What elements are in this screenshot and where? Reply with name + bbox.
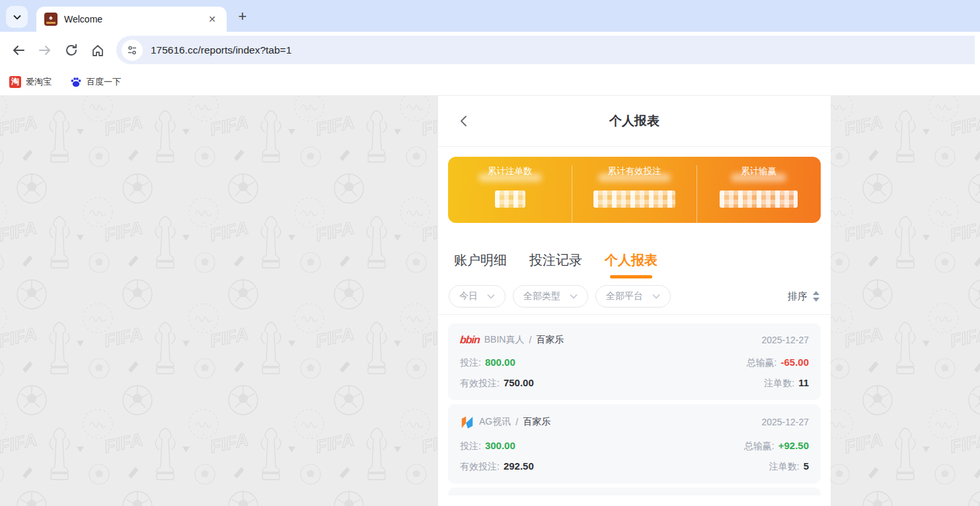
reload-button[interactable] [58,37,85,63]
tab-search-button[interactable] [6,6,28,28]
next-record-card-partial [448,487,821,495]
forward-button[interactable] [32,37,58,63]
censored-value [593,190,675,208]
slash-separator: / [529,335,531,345]
bet-count-value: 5 [804,460,809,472]
record-list: bbin BBIN真人 / 百家乐 2025-12-27 投注:800.00 总… [438,315,831,495]
browser-tab-strip: ♠ Welcome ✕ + [0,0,980,32]
winloss-value: -65.00 [780,357,809,368]
browser-tab-welcome[interactable]: ♠ Welcome ✕ [36,7,227,32]
bet-label: 投注: [460,441,481,451]
valid-bet-label: 有效投注: [460,461,500,472]
chevron-down-icon [487,294,495,299]
site-settings-button[interactable] [122,40,143,61]
record-date: 2025-12-27 [761,335,809,345]
record-date: 2025-12-27 [761,417,809,427]
provider-name: AG视讯 [479,416,511,428]
stat-total-valid-bets: 累计有效投注 [572,165,696,223]
bet-value: 800.00 [485,357,515,368]
bbin-logo: bbin [459,334,480,346]
address-bar[interactable]: 175616.cc/reports/index?tab=1 [116,36,975,64]
tab-title: Welcome [64,14,206,24]
winloss-label: 总输赢: [747,357,777,368]
winloss-amount: 总输赢:+92.50 [744,440,809,452]
bet-count-value: 11 [798,377,809,388]
censored-value [495,190,525,208]
browser-toolbar: 175616.cc/reports/index?tab=1 [0,32,980,68]
filter-label: 今日 [459,290,478,302]
stat-label: 累计输赢 [741,165,776,177]
report-panel: 个人报表 累计注单数 累计有效投注 累计输赢 账户明细 投注记录 个人报表 [438,96,831,506]
filter-label: 全部类型 [523,290,560,302]
valid-bet-amount: 有效投注:292.50 [460,460,534,473]
stat-total-bets: 累计注单数 [448,165,572,223]
back-arrow-icon [11,43,26,58]
winloss-label: 总输赢: [744,441,774,451]
censored-value [720,190,798,208]
game-name: 百家乐 [536,334,564,346]
filter-bar: 今日 全部类型 全部平台 排序 [438,278,831,315]
stat-total-winloss: 累计输赢 [697,165,821,223]
url-text[interactable]: 175616.cc/reports/index?tab=1 [151,44,291,56]
chevron-down-icon [13,13,22,22]
sort-button[interactable]: 排序 [788,290,820,303]
stat-label: 累计有效投注 [607,165,661,177]
home-icon [91,43,105,58]
bookmark-label: 百度一下 [87,76,121,88]
bet-amount: 投注:300.00 [460,440,515,452]
tab-bet-records[interactable]: 投注记录 [529,251,582,278]
filter-date-dropdown[interactable]: 今日 [449,285,506,308]
filter-platform-dropdown[interactable]: 全部平台 [595,285,671,308]
valid-bet-value: 750.00 [504,377,534,388]
page-title: 个人报表 [609,112,660,130]
tab-personal-report[interactable]: 个人报表 [605,251,658,278]
home-button[interactable] [85,37,111,63]
bet-count: 注单数:5 [769,460,809,473]
sort-arrows-icon [812,291,820,302]
bet-count-label: 注单数: [764,378,794,388]
ag-logo [460,415,474,429]
stat-label: 累计注单数 [488,165,533,177]
bet-amount: 投注:800.00 [460,357,515,369]
back-nav-button[interactable] [455,112,474,130]
panel-header: 个人报表 [438,96,831,147]
chevron-left-icon [458,114,471,128]
record-card-bbin[interactable]: bbin BBIN真人 / 百家乐 2025-12-27 投注:800.00 总… [448,323,821,400]
forward-arrow-icon [38,43,52,58]
winloss-amount: 总输赢:-65.00 [747,357,809,369]
new-tab-button[interactable]: + [233,7,252,26]
chevron-down-icon [570,294,578,299]
reload-icon [64,43,79,58]
sort-label: 排序 [788,290,808,303]
baidu-paw-icon [70,76,82,88]
summary-card: 累计注单数 累计有效投注 累计输赢 [448,157,821,223]
valid-bet-value: 292.50 [504,460,534,472]
tab-close-icon[interactable]: ✕ [206,13,219,26]
site-favicon: ♠ [44,13,57,26]
bet-count: 注单数:11 [764,377,809,390]
tab-account-detail[interactable]: 账户明细 [454,251,507,278]
bookmark-baidu[interactable]: 百度一下 [70,76,121,88]
bookmark-label: 爱淘宝 [26,76,52,88]
game-name: 百家乐 [523,416,550,428]
provider-name: BBIN真人 [484,334,525,346]
valid-bet-amount: 有效投注:750.00 [460,377,534,390]
back-button[interactable] [5,37,32,63]
bookmark-aitaobao[interactable]: 淘 爱淘宝 [9,76,52,88]
taobao-icon: 淘 [9,76,21,88]
winloss-value: +92.50 [778,440,809,451]
slash-separator: / [515,417,518,427]
bookmarks-bar: 淘 爱淘宝 百度一下 [0,68,980,96]
chevron-down-icon [652,294,660,299]
valid-bet-label: 有效投注: [460,378,500,388]
bet-value: 300.00 [485,440,515,451]
filter-label: 全部平台 [606,290,643,302]
bet-label: 投注: [460,357,481,368]
record-card-ag[interactable]: AG视讯 / 百家乐 2025-12-27 投注:300.00 总输赢:+92.… [448,404,821,484]
filter-type-dropdown[interactable]: 全部类型 [513,285,588,308]
bet-count-label: 注单数: [769,461,800,472]
report-tabs: 账户明细 投注记录 个人报表 [438,233,831,278]
tune-icon [127,45,137,56]
page-content: FIFA [0,96,980,506]
